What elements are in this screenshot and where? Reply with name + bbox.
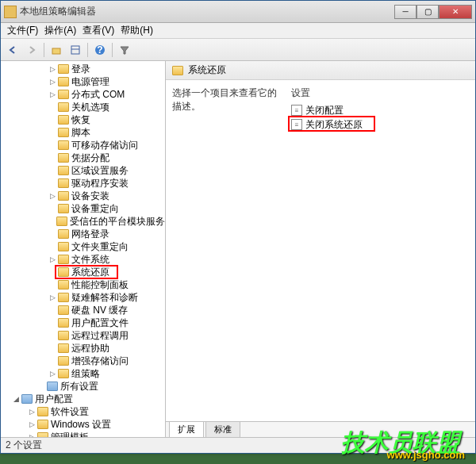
tree-label: 增强存储访问 — [71, 355, 129, 368]
expand-icon[interactable]: ◢ — [12, 395, 21, 404]
expand-icon[interactable] — [48, 179, 57, 188]
tree-node[interactable]: 远程协助 — [1, 342, 165, 355]
expand-icon[interactable]: ▷ — [28, 433, 36, 438]
tree-node[interactable]: 恢复 — [1, 113, 165, 126]
tree-label: 远程过程调用 — [71, 329, 129, 343]
tree-node[interactable]: 系统还原 — [1, 266, 165, 278]
folder-icon — [58, 128, 69, 137]
up-button[interactable] — [48, 41, 65, 59]
tree-label: 文件系统 — [71, 253, 109, 267]
folder-icon — [58, 280, 69, 290]
expand-icon[interactable]: ▷ — [48, 370, 57, 378]
filter-button[interactable] — [116, 41, 133, 59]
tree-node[interactable]: ◢用户配置 — [1, 393, 165, 405]
expand-icon[interactable] — [48, 154, 57, 163]
tree-node[interactable]: 网络登录 — [1, 228, 165, 240]
detail-header: 系统还原 — [166, 61, 475, 80]
folder-icon — [58, 293, 69, 302]
expand-icon[interactable]: ▷ — [28, 408, 36, 416]
expand-icon[interactable] — [48, 357, 57, 366]
tree-node[interactable]: 硬盘 NV 缓存 — [1, 304, 165, 316]
expand-icon[interactable] — [48, 230, 57, 239]
tree-label: 网络登录 — [71, 228, 109, 241]
expand-icon[interactable]: ▷ — [48, 65, 57, 74]
tree-node[interactable]: ▷疑难解答和诊断 — [1, 291, 165, 304]
maximize-button[interactable]: ▢ — [416, 5, 439, 19]
tree-node[interactable]: 关机选项 — [1, 101, 165, 113]
tree-label: 用户配置 — [35, 393, 73, 406]
tree-pane[interactable]: ▷登录▷电源管理▷分布式 COM关机选项恢复脚本可移动存储访问凭据分配区域设置服… — [1, 61, 166, 437]
tree-node[interactable]: 脚本 — [1, 126, 165, 139]
expand-icon[interactable] — [48, 332, 57, 340]
expand-icon[interactable] — [48, 243, 57, 251]
expand-icon[interactable] — [48, 103, 57, 112]
expand-icon[interactable] — [48, 141, 57, 150]
tree-node[interactable]: 受信任的平台模块服务 — [1, 215, 165, 228]
help-button[interactable]: ? — [91, 41, 109, 59]
window-controls: ─ ▢ ✕ — [394, 5, 472, 19]
minimize-button[interactable]: ─ — [394, 5, 416, 19]
back-button[interactable] — [4, 41, 21, 59]
tree-node[interactable]: ▷Windows 设置 — [1, 418, 165, 431]
tree-node[interactable]: 所有设置 — [1, 380, 165, 393]
expand-icon[interactable] — [48, 167, 57, 175]
tree-node[interactable]: 用户配置文件 — [1, 316, 165, 329]
expand-icon[interactable] — [48, 281, 57, 290]
tree-node[interactable]: 文件夹重定向 — [1, 240, 165, 253]
setting-item[interactable]: ≡关闭配置 — [291, 103, 469, 117]
setting-item[interactable]: ≡关闭系统还原 — [291, 117, 469, 132]
tree-node[interactable]: 可移动存储访问 — [1, 139, 165, 151]
tree-label: Windows 设置 — [51, 418, 111, 431]
menu-help[interactable]: 帮助(H) — [117, 24, 156, 37]
app-window: 本地组策略编辑器 ─ ▢ ✕ 文件(F) 操作(A) 查看(V) 帮助(H) ?… — [0, 0, 476, 454]
tree-node[interactable]: ▷分布式 COM — [1, 88, 165, 101]
tree-node[interactable]: 凭据分配 — [1, 151, 165, 164]
expand-icon[interactable] — [48, 128, 57, 137]
description-prompt: 选择一个项目来查看它的描述。 — [172, 86, 285, 113]
tree-node[interactable]: 设备重定向 — [1, 202, 165, 215]
expand-icon[interactable]: ▷ — [48, 90, 57, 99]
expand-icon[interactable]: ▷ — [48, 192, 57, 201]
tree-node[interactable]: 驱动程序安装 — [1, 177, 165, 190]
tree-label: 系统还原 — [71, 266, 109, 279]
menu-view[interactable]: 查看(V) — [79, 24, 117, 37]
expand-icon[interactable] — [48, 116, 57, 125]
tree-node[interactable]: ▷电源管理 — [1, 75, 165, 88]
tree-node[interactable]: 性能控制面板 — [1, 278, 165, 291]
tab-standard[interactable]: 标准 — [205, 421, 240, 437]
tab-extended[interactable]: 扩展 — [169, 421, 204, 437]
expand-icon[interactable] — [48, 344, 57, 353]
tree-node[interactable]: ▷设备安装 — [1, 190, 165, 202]
expand-icon[interactable]: ▷ — [28, 420, 36, 429]
tree-node[interactable]: ▷组策略 — [1, 367, 165, 380]
expand-icon[interactable] — [48, 306, 57, 315]
folder-icon — [58, 305, 69, 315]
tree-node[interactable]: ▷管理模板 — [1, 431, 165, 437]
tree-node[interactable]: 增强存储访问 — [1, 355, 165, 367]
folder-icon — [37, 407, 48, 416]
folder-icon — [56, 217, 67, 226]
expand-icon[interactable] — [48, 268, 57, 277]
menubar: 文件(F) 操作(A) 查看(V) 帮助(H) — [1, 23, 475, 39]
menu-action[interactable]: 操作(A) — [41, 24, 79, 37]
tree-node[interactable]: 远程过程调用 — [1, 329, 165, 342]
expand-icon[interactable]: ▷ — [48, 78, 57, 86]
expand-icon[interactable]: ▷ — [48, 255, 57, 264]
folder-icon — [58, 242, 69, 251]
expand-icon[interactable] — [48, 217, 56, 226]
menu-file[interactable]: 文件(F) — [4, 24, 41, 37]
tree-label: 可移动存储访问 — [71, 139, 138, 152]
expand-icon[interactable] — [48, 205, 57, 213]
expand-icon[interactable] — [48, 319, 57, 328]
folder-icon — [58, 229, 69, 239]
show-hide-button[interactable] — [67, 41, 84, 59]
tree-node[interactable]: ▷登录 — [1, 63, 165, 75]
tree-node[interactable]: 区域设置服务 — [1, 164, 165, 177]
expand-icon[interactable] — [37, 382, 46, 391]
tree-node[interactable]: ▷文件系统 — [1, 253, 165, 266]
forward-button[interactable] — [23, 41, 40, 59]
close-button[interactable]: ✕ — [439, 5, 472, 19]
tree-node[interactable]: ▷软件设置 — [1, 405, 165, 418]
expand-icon[interactable]: ▷ — [48, 293, 57, 302]
setting-icon: ≡ — [291, 119, 302, 130]
